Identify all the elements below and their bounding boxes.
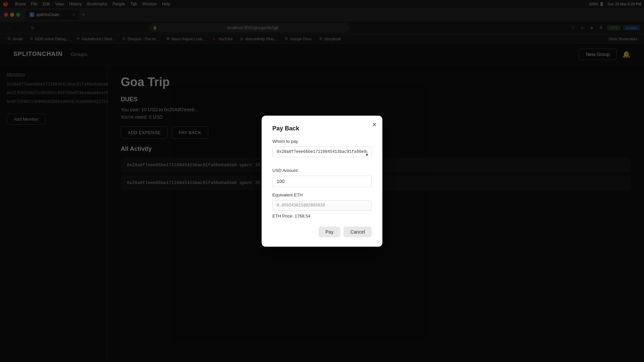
eth-price-text: ETH Price: 1768.54 bbox=[272, 214, 372, 219]
usd-amount-input[interactable] bbox=[272, 176, 372, 187]
modal-actions: Pay Cancel bbox=[272, 227, 372, 237]
whom-to-pay-label: Whom to pay bbox=[272, 139, 372, 144]
whom-to-pay-wrapper: 0x20a8f7eee66be17110845413bac91fa66e0a8c bbox=[272, 146, 372, 163]
modal-close-button[interactable]: ✕ bbox=[372, 121, 377, 128]
usd-amount-label: USD Amount: bbox=[272, 168, 372, 173]
modal-pay-button[interactable]: Pay bbox=[319, 227, 340, 237]
pay-back-modal: ✕ Pay Back Whom to pay 0x20a8f7eee66be17… bbox=[262, 116, 382, 247]
modal-cancel-button[interactable]: Cancel bbox=[343, 227, 372, 237]
eth-value-display: 0.056543815802865639 bbox=[272, 200, 372, 211]
modal-overlay[interactable]: ✕ Pay Back Whom to pay 0x20a8f7eee66be17… bbox=[0, 0, 644, 362]
equivalent-eth-label: Equivalent ETH bbox=[272, 192, 372, 197]
whom-to-pay-select[interactable]: 0x20a8f7eee66be17110845413bac91fa66e0a8c bbox=[272, 146, 372, 157]
modal-title: Pay Back bbox=[272, 125, 372, 132]
